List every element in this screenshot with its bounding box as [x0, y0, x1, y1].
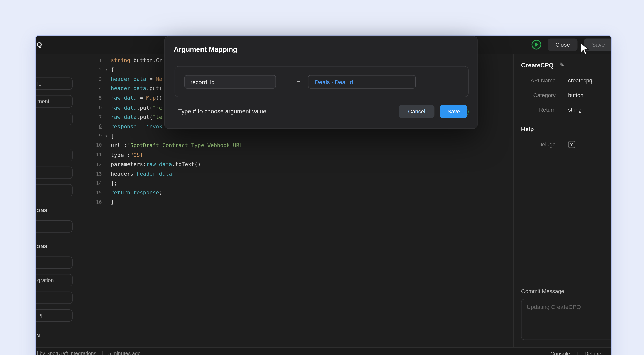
sidebar-item[interactable]: PI	[35, 309, 73, 322]
code-line[interactable]: 14];	[89, 179, 246, 188]
code-text: raw_data.put("re	[111, 105, 162, 111]
code-text: header_data = Ma	[111, 76, 162, 82]
meta-value: createcpq	[568, 78, 592, 84]
line-number: 1	[89, 57, 102, 63]
line-number: 9	[89, 133, 102, 139]
commit-message-input[interactable]	[521, 299, 612, 340]
sidebar-item[interactable]	[35, 256, 73, 269]
line-number: 14	[89, 180, 102, 186]
line-number: 5	[89, 95, 102, 101]
sidebar-item-label: ment	[37, 98, 49, 105]
help-item-label: Deluge	[514, 141, 556, 147]
code-token: .put(	[137, 105, 153, 111]
code-token: ];	[111, 180, 117, 186]
code-text: headers:header_data	[111, 171, 172, 177]
code-token: button.Cr	[130, 57, 163, 63]
close-button[interactable]: Close	[548, 38, 578, 51]
sidebar-item[interactable]	[35, 167, 73, 179]
code-line[interactable]: 15return response;	[89, 188, 246, 197]
code-text: type :POST	[111, 152, 143, 158]
meta-row-category: Category button	[514, 88, 611, 103]
code-text: raw_data.put("te	[111, 114, 162, 120]
argument-value-text: Deals - Deal Id	[315, 79, 353, 85]
deluge-help-icon[interactable]: ?	[568, 141, 575, 148]
code-token: Ma	[156, 76, 163, 82]
sidebar-item[interactable]: gration	[35, 274, 73, 286]
line-number: 16	[89, 199, 102, 205]
save-button-modal[interactable]: Save	[440, 105, 467, 118]
code-token: invok	[146, 123, 162, 129]
window-title-fragment: Q	[37, 41, 42, 48]
code-token: header_data	[111, 85, 146, 91]
code-text: ];	[111, 180, 117, 186]
line-number: 8	[89, 124, 102, 129]
code-text: header_data.put(	[111, 85, 162, 91]
edit-icon[interactable]: ✎	[559, 61, 565, 68]
argument-name-input[interactable]	[184, 75, 276, 89]
code-token: type :	[111, 152, 130, 158]
code-token: return	[111, 190, 130, 196]
code-text: return response;	[111, 190, 162, 196]
statusbar: l by SpotDraft Integrations | 5 minutes …	[36, 347, 611, 355]
code-token: .toText()	[172, 161, 201, 167]
code-line[interactable]: 11type :POST	[89, 150, 246, 160]
code-token: response	[133, 190, 159, 196]
sidebar-item[interactable]	[35, 220, 73, 233]
code-text: [	[111, 133, 114, 139]
code-text: response = invok	[111, 123, 162, 129]
cancel-button[interactable]: Cancel	[399, 105, 434, 118]
code-token: url :	[111, 142, 127, 148]
sidebar-item[interactable]	[35, 113, 73, 125]
code-token: =	[146, 76, 156, 82]
code-token: {	[111, 67, 114, 73]
topbar-actions: Close Save	[532, 38, 612, 51]
console-tab[interactable]: Console	[550, 351, 570, 355]
last-saved-timestamp: 5 minutes ago	[108, 351, 141, 355]
line-number: 12	[89, 162, 102, 167]
code-line[interactable]: 13headers:header_data	[89, 169, 246, 179]
function-meta: API Name createcpq Category button Retur…	[514, 73, 611, 117]
code-token: "te	[153, 114, 162, 120]
code-text: raw_data = Map()	[111, 95, 162, 101]
code-token: "SpotDraft Contract Type Webhook URL"	[127, 142, 246, 148]
sidebar-item[interactable]: le	[35, 78, 73, 90]
deluge-tab[interactable]: Deluge	[584, 351, 601, 355]
code-token: "re	[153, 105, 162, 111]
line-number: 15	[89, 190, 102, 196]
run-button[interactable]	[532, 40, 541, 49]
code-text: {	[111, 67, 114, 73]
commit-message-label: Commit Message	[521, 288, 564, 294]
code-token: Map	[146, 95, 156, 101]
sidebar-item[interactable]	[35, 292, 73, 304]
fold-arrow-icon[interactable]: ▾	[102, 67, 111, 72]
function-name: CreateCPQ	[521, 61, 554, 68]
code-text: parameters:raw_data.toText()	[111, 161, 201, 167]
right-panel: CreateCPQ ✎ API Name createcpq Category …	[513, 54, 611, 355]
modal-title: Argument Mapping	[174, 45, 237, 54]
save-button-topbar[interactable]: Save	[584, 38, 612, 51]
help-row-deluge: Deluge ?	[514, 138, 611, 150]
code-token: =	[137, 123, 146, 129]
line-number: 13	[89, 171, 102, 177]
code-token: raw_data	[111, 105, 137, 111]
code-line[interactable]: 16}	[89, 197, 246, 207]
fold-arrow-icon[interactable]: ▾	[102, 134, 111, 138]
line-number: 11	[89, 152, 102, 158]
code-token: .put(	[146, 85, 162, 91]
function-title-row: CreateCPQ ✎	[521, 61, 565, 68]
help-section-title: Help	[521, 126, 534, 132]
code-token: response	[111, 123, 137, 129]
code-line[interactable]: 12parameters:raw_data.toText()	[89, 160, 246, 169]
code-text: string button.Cr	[111, 57, 162, 63]
meta-row-return: Return string	[514, 103, 611, 117]
sidebar-item[interactable]	[35, 184, 73, 196]
sidebar-item-label: le	[37, 81, 42, 87]
code-line[interactable]: 9▾[	[89, 131, 246, 141]
argument-value-field[interactable]: Deals - Deal Id	[308, 75, 416, 89]
sidebar-item[interactable]	[35, 149, 73, 161]
equals-sign: =	[290, 78, 306, 85]
code-line[interactable]: 10url :"SpotDraft Contract Type Webhook …	[89, 141, 246, 150]
sidebar-item[interactable]: ment	[35, 95, 73, 108]
meta-value: string	[568, 107, 582, 113]
author-text-fragment: l by SpotDraft Integrations	[37, 351, 96, 355]
